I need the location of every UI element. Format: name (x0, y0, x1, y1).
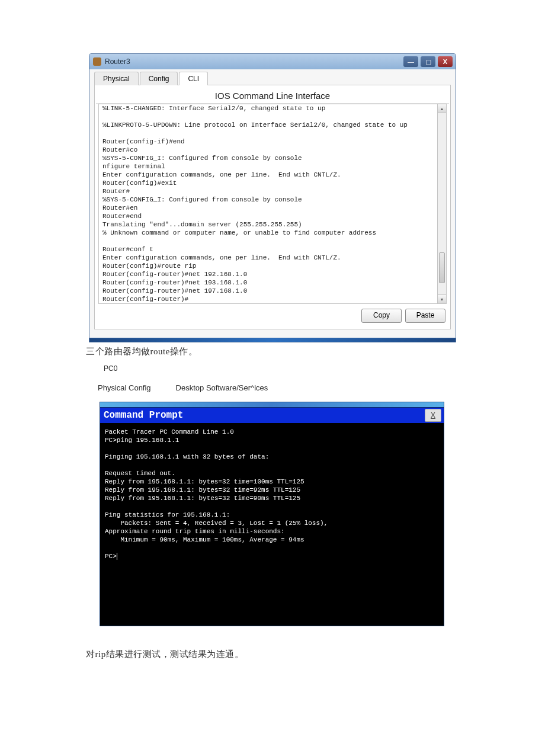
scroll-down-button[interactable]: ▾ (438, 294, 446, 303)
paragraph-routers-route: 三个路由器均做route操作。 (86, 346, 545, 357)
pc0-tab-row: Physical Config Desktop Software/Ser^ice… (98, 383, 545, 392)
router3-window: Router3 — ▢ X Physical Config CLI IOS Co… (89, 53, 456, 342)
tab-physical[interactable]: Physical (94, 72, 139, 85)
cli-scrollbar[interactable]: ▴ ▾ (437, 104, 446, 303)
pc0-tab-desktop-software[interactable]: Desktop Software/Ser^ices (176, 383, 268, 392)
scroll-thumb[interactable] (439, 252, 445, 283)
tab-cli[interactable]: CLI (179, 72, 208, 85)
cmd-close-button[interactable]: X (425, 409, 441, 422)
cmd-top-strip (100, 402, 444, 408)
cmd-title: Command Prompt (104, 410, 425, 421)
cmd-titlebar[interactable]: Command Prompt X (100, 408, 444, 423)
scroll-up-button[interactable]: ▴ (438, 104, 446, 113)
paragraph-test-result: 对rip结果进行测试，测试结果为连通。 (86, 649, 545, 660)
close-button[interactable]: X (438, 56, 453, 67)
pc0-label: PC0 (104, 364, 545, 373)
cmd-output[interactable]: Packet Tracer PC Command Line 1.0 PC>pin… (100, 423, 444, 626)
cli-panel: IOS Command Line Interface %LINK-5-CHANG… (94, 85, 451, 329)
router3-title: Router3 (105, 57, 403, 66)
window-controls: — ▢ X (403, 56, 456, 67)
minimize-button[interactable]: — (403, 56, 418, 67)
cmd-output-text: Packet Tracer PC Command Line 1.0 PC>pin… (105, 428, 328, 560)
command-prompt-window: Command Prompt X Packet Tracer PC Comman… (100, 402, 444, 626)
tab-config[interactable]: Config (140, 72, 178, 85)
router3-titlebar[interactable]: Router3 — ▢ X (89, 54, 456, 69)
copy-button[interactable]: Copy (361, 309, 402, 323)
cli-button-row: Copy Paste (96, 304, 449, 323)
maximize-button[interactable]: ▢ (421, 56, 435, 67)
router3-tabs: Physical Config CLI (94, 71, 451, 85)
window-bottom-edge (89, 338, 456, 342)
router-icon (93, 57, 101, 66)
cli-output[interactable]: %LINK-5-CHANGED: Interface Serial2/0, ch… (99, 104, 446, 303)
cli-header: IOS Command Line Interface (96, 87, 449, 104)
pc0-tab-physical-config[interactable]: Physical Config (98, 383, 151, 392)
cmd-cursor-icon (117, 553, 117, 560)
cli-output-wrap: %LINK-5-CHANGED: Interface Serial2/0, ch… (98, 104, 447, 304)
paste-button[interactable]: Paste (405, 309, 445, 323)
router3-body: Physical Config CLI IOS Command Line Int… (89, 69, 456, 338)
